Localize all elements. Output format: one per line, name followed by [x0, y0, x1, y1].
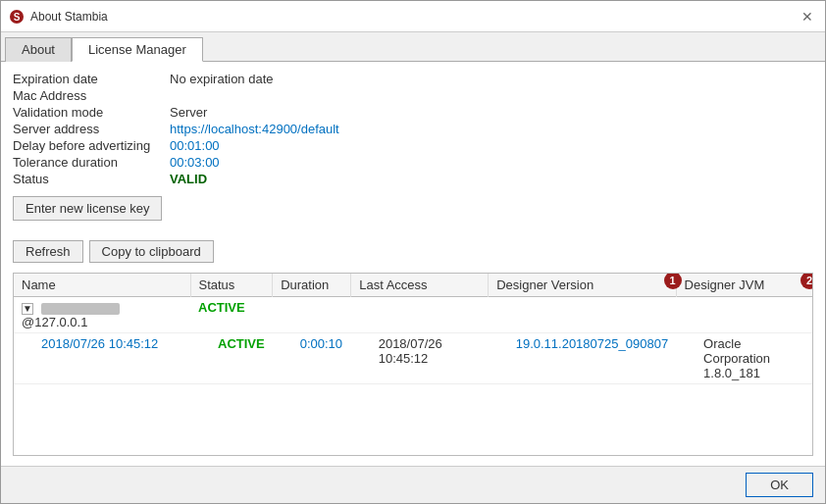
- row-lastaccess: [351, 297, 489, 333]
- title-bar: S About Stambia ✕: [1, 1, 825, 32]
- svg-text:S: S: [14, 12, 21, 23]
- sessions-table: Name Status Duration Last Access Designe…: [14, 274, 812, 384]
- table-header-row: Name Status Duration Last Access Designe…: [14, 274, 812, 297]
- expiration-label: Expiration date: [13, 72, 170, 86]
- expiration-value: No expiration date: [170, 72, 813, 86]
- col-header-name: Name: [14, 274, 190, 297]
- censored-name: [41, 303, 120, 315]
- row-designerjvm: [676, 297, 812, 333]
- tolerance-label: Tolerance duration: [13, 155, 170, 170]
- tolerance-value: 00:03:00: [170, 155, 813, 170]
- table-row-sub: 2018/07/26 10:45:12 ACTIVE 0:00:10 2018/…: [14, 333, 812, 384]
- col-header-duration: Duration: [273, 274, 351, 297]
- tab-license-manager[interactable]: License Manager: [72, 37, 203, 62]
- validation-value: Server: [170, 105, 813, 120]
- title-bar-left: S About Stambia: [9, 9, 108, 25]
- app-icon: S: [9, 9, 25, 25]
- validation-label: Validation mode: [13, 105, 170, 120]
- refresh-button[interactable]: Refresh: [13, 240, 83, 263]
- content-area: Expiration date No expiration date Mac A…: [1, 62, 825, 466]
- server-value: https://localhost:42900/default: [170, 122, 813, 136]
- col-header-designerver: Designer Version 1: [489, 274, 676, 297]
- sub-row-status: ACTIVE: [190, 333, 273, 384]
- badge-2: 2: [800, 273, 813, 289]
- window-title: About Stambia: [30, 10, 108, 24]
- window: S About Stambia ✕ About License Manager …: [0, 0, 826, 504]
- enter-license-button[interactable]: Enter new license key: [13, 196, 162, 221]
- status-label: Status: [13, 172, 170, 186]
- mac-value: [170, 88, 813, 103]
- row-status: ACTIVE: [190, 297, 273, 333]
- sub-row-name: 2018/07/26 10:45:12: [14, 333, 190, 384]
- footer: OK: [1, 466, 825, 503]
- col-header-status: Status: [190, 274, 273, 297]
- status-value: VALID: [170, 172, 813, 186]
- table-row: ▼ @127.0.0.1 ACTIVE: [14, 297, 812, 333]
- close-button[interactable]: ✕: [798, 7, 817, 26]
- delay-value: 00:01:00: [170, 138, 813, 153]
- row-name-suffix: @127.0.0.1: [22, 315, 87, 329]
- copy-clipboard-button[interactable]: Copy to clipboard: [89, 240, 214, 263]
- sub-row-designerver: 19.0.11.20180725_090807: [489, 333, 676, 384]
- server-label: Server address: [13, 122, 170, 136]
- ok-button[interactable]: OK: [746, 473, 813, 497]
- delay-label: Delay before advertizing: [13, 138, 170, 153]
- tab-about[interactable]: About: [5, 37, 72, 62]
- sessions-table-container[interactable]: Name Status Duration Last Access Designe…: [13, 273, 813, 456]
- col-header-lastaccess: Last Access: [351, 274, 489, 297]
- expand-icon[interactable]: ▼: [22, 303, 33, 315]
- sub-row-duration: 0:00:10: [273, 333, 351, 384]
- row-duration: [273, 297, 351, 333]
- tab-bar: About License Manager: [1, 32, 825, 62]
- info-grid: Expiration date No expiration date Mac A…: [13, 72, 813, 186]
- action-buttons: Refresh Copy to clipboard: [13, 240, 813, 263]
- row-name-cell: ▼ @127.0.0.1: [14, 297, 190, 333]
- col-header-designerjvm: Designer JVM 2: [676, 274, 812, 297]
- mac-label: Mac Address: [13, 88, 170, 103]
- sub-row-designerjvm: Oracle Corporation 1.8.0_181: [676, 333, 812, 384]
- row-designerver: [489, 297, 676, 333]
- sub-row-lastaccess: 2018/07/26 10:45:12: [351, 333, 489, 384]
